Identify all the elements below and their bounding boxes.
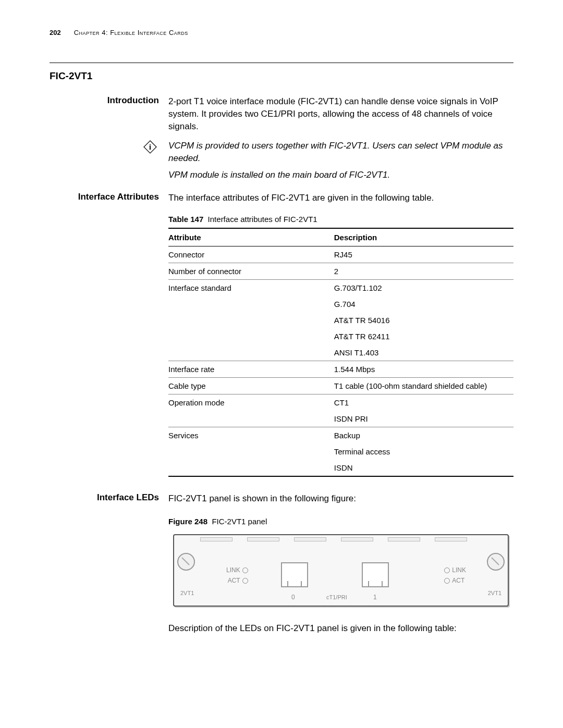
table-header-description: Description	[334, 228, 513, 246]
led-indicator-icon	[444, 567, 450, 573]
table-header-attribute: Attribute	[168, 228, 334, 246]
panel-top-slot	[200, 537, 232, 541]
introduction-label: Introduction	[50, 95, 168, 132]
table-row: Cable typeT1 cable (100-ohm standard shi…	[168, 377, 513, 394]
panel-top-slot	[341, 537, 373, 541]
panel-top-slot	[388, 537, 420, 541]
table-row: ISDN PRI	[168, 411, 513, 427]
figure-caption-text: FIC-2VT1 panel	[212, 517, 267, 526]
table-cell-attribute: Connector	[168, 246, 334, 263]
table-row: AT&T TR 54016	[168, 312, 513, 328]
led-indicator-icon	[444, 578, 450, 584]
attributes-row: Interface Attributes The interface attri…	[50, 192, 513, 477]
table-cell-description: Terminal access	[334, 443, 513, 460]
panel-drawing: 2VT1 2VT1 LINK ACT LINK ACT 0 cT1/PRI 1	[173, 534, 509, 607]
panel-top-slot	[247, 537, 279, 541]
table-cell-attribute	[168, 328, 334, 344]
table-row: Terminal access	[168, 443, 513, 460]
table-cell-description: T1 cable (100-ohm standard shielded cabl…	[334, 377, 513, 394]
table-cell-description: RJ45	[334, 246, 513, 263]
table-cell-attribute	[168, 312, 334, 328]
panel-top-slot	[435, 537, 467, 541]
table-row: ConnectorRJ45	[168, 246, 513, 263]
figure-caption-prefix: Figure 248	[168, 517, 207, 526]
port-center-label: cT1/PRI	[326, 594, 347, 601]
port-number-0: 0	[291, 593, 295, 602]
leds-body: FIC-2VT1 panel is shown in the following…	[168, 492, 513, 635]
info-note-row: i VCPM is provided to users together wit…	[50, 140, 513, 181]
table-caption: Table 147 Interface attributes of FIC-2V…	[168, 214, 513, 225]
table-row: AT&T TR 62411	[168, 328, 513, 344]
table-cell-description: 2	[334, 263, 513, 279]
panel-side-label-left: 2VT1	[180, 589, 194, 597]
led-act-label: ACT	[452, 576, 464, 586]
leds-label: Interface LEDs	[50, 492, 168, 635]
table-row: G.704	[168, 296, 513, 312]
figure-caption: Figure 248 FIC-2VT1 panel	[168, 516, 513, 527]
table-caption-text: Interface attributes of FIC-2VT1	[208, 215, 317, 224]
table-row: Number of connector2	[168, 263, 513, 279]
table-cell-attribute: Services	[168, 427, 334, 443]
introduction-text: 2-port T1 voice interface module (FIC-2V…	[168, 95, 513, 132]
led-indicator-icon	[242, 578, 248, 584]
info-note-line1: VCPM is provided to users together with …	[168, 140, 513, 165]
attributes-body: The interface attributes of FIC-2VT1 are…	[168, 192, 513, 477]
screw-icon	[177, 553, 195, 571]
info-icon-col: i	[50, 140, 168, 181]
table-cell-description: ISDN	[334, 460, 513, 476]
section-rule	[50, 63, 513, 63]
page-number: 202	[50, 29, 61, 36]
led-group-left: LINK ACT	[226, 565, 250, 585]
attributes-table: Attribute Description ConnectorRJ45Numbe…	[168, 228, 513, 477]
led-act-label: ACT	[228, 576, 240, 586]
table-cell-description: AT&T TR 54016	[334, 312, 513, 328]
table-cell-attribute	[168, 443, 334, 460]
led-link-label: LINK	[226, 565, 240, 575]
section-title: FIC-2VT1	[50, 70, 513, 82]
info-icon: i	[141, 140, 159, 154]
table-row: Operation modeCT1	[168, 394, 513, 411]
table-row: ISDN	[168, 460, 513, 476]
table-cell-description: CT1	[334, 394, 513, 411]
table-cell-attribute: Cable type	[168, 377, 334, 394]
info-note-line2: VPM module is installed on the main boar…	[168, 169, 513, 181]
attributes-label: Interface Attributes	[50, 192, 168, 477]
table-row: ANSI T1.403	[168, 344, 513, 361]
panel-side-label-right: 2VT1	[488, 589, 501, 597]
chapter-title: Chapter 4: Flexible Interface Cards	[74, 29, 188, 36]
introduction-row: Introduction 2-port T1 voice interface m…	[50, 95, 513, 132]
table-cell-description: G.703/T1.102	[334, 279, 513, 296]
leds-outro: Description of the LEDs on FIC-2VT1 pane…	[168, 622, 513, 635]
page-header: 202 Chapter 4: Flexible Interface Cards	[50, 29, 513, 36]
led-group-right: LINK ACT	[442, 565, 466, 585]
rj45-port-1	[362, 562, 389, 587]
table-cell-attribute: Interface rate	[168, 361, 334, 377]
panel-top-slot	[294, 537, 326, 541]
table-cell-description: G.704	[334, 296, 513, 312]
table-cell-description: ANSI T1.403	[334, 344, 513, 361]
table-row: ServicesBackup	[168, 427, 513, 443]
leds-row: Interface LEDs FIC-2VT1 panel is shown i…	[50, 492, 513, 635]
table-cell-attribute	[168, 460, 334, 476]
led-link-label: LINK	[452, 565, 466, 575]
table-cell-attribute	[168, 344, 334, 361]
rj45-port-0	[281, 562, 308, 587]
svg-text:i: i	[149, 143, 151, 151]
table-cell-description: Backup	[334, 427, 513, 443]
attributes-intro: The interface attributes of FIC-2VT1 are…	[168, 192, 513, 204]
port-number-1: 1	[373, 593, 377, 602]
table-row: Interface rate1.544 Mbps	[168, 361, 513, 377]
led-indicator-icon	[242, 567, 248, 573]
leds-intro: FIC-2VT1 panel is shown in the following…	[168, 492, 513, 505]
panel-figure: 2VT1 2VT1 LINK ACT LINK ACT 0 cT1/PRI 1	[168, 534, 513, 607]
info-note-body: VCPM is provided to users together with …	[168, 140, 513, 181]
table-cell-attribute: Number of connector	[168, 263, 334, 279]
table-cell-attribute: Interface standard	[168, 279, 334, 296]
table-cell-description: ISDN PRI	[334, 411, 513, 427]
table-row: Interface standardG.703/T1.102	[168, 279, 513, 296]
table-cell-description: AT&T TR 62411	[334, 328, 513, 344]
table-cell-attribute: Operation mode	[168, 394, 334, 411]
screw-icon	[487, 553, 505, 571]
table-cell-attribute	[168, 411, 334, 427]
table-cell-attribute	[168, 296, 334, 312]
